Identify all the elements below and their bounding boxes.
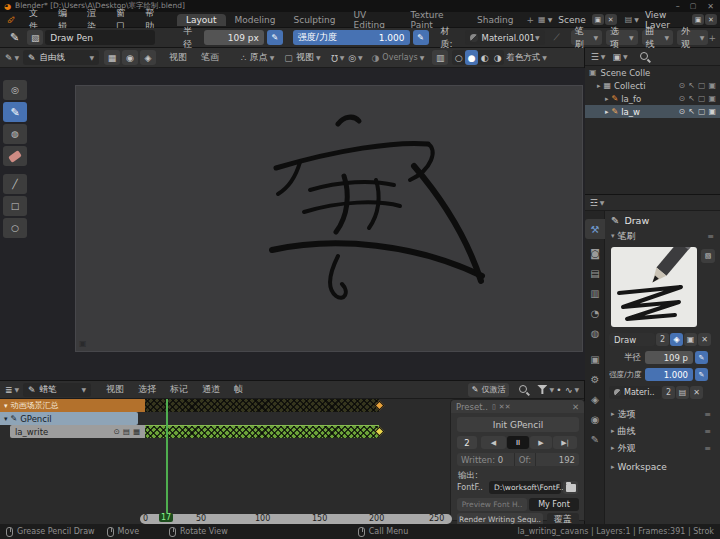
erase-tool-icon[interactable] — [3, 146, 27, 166]
box-tool-icon[interactable]: □ — [3, 196, 27, 216]
brush-panel-header[interactable]: ▾笔刷≡ — [605, 229, 720, 243]
drawing-canvas[interactable]: ▣ — [75, 85, 583, 352]
new-viewlayer-icon[interactable]: ▣ — [692, 14, 704, 25]
radius-pressure-icon[interactable]: ✎ — [695, 351, 708, 364]
expand-icon[interactable]: ▸ — [597, 82, 601, 90]
channel-gpencil[interactable]: ▾ ✎ GPencil — [0, 412, 138, 425]
shading-rendered-icon[interactable]: ◑ — [491, 50, 504, 65]
brush-preview[interactable] — [611, 247, 697, 327]
tab-shading[interactable]: Shading — [468, 14, 523, 26]
dopesheet-menu-select[interactable]: 选择 — [131, 383, 163, 396]
outliner-display-mode-icon[interactable]: ☰▼ — [590, 49, 606, 64]
placement-dropdown[interactable]: ▢ 视图▼ — [281, 50, 323, 65]
outliner-row-la-fo[interactable]: ▸ ✎ la_fo ⊙ ↖ ▢ ▣ — [585, 92, 720, 105]
channel-summary[interactable]: ▾ 动画场景汇总 — [0, 399, 145, 412]
viewport-visibility-icon[interactable]: ▢ — [698, 107, 706, 116]
dopesheet-menu-view[interactable]: 视图 — [99, 383, 131, 396]
brush-name-field[interactable]: Draw — [609, 333, 655, 346]
strength-slider[interactable]: 强度/力度1.000 — [293, 30, 410, 45]
hide-eye-icon[interactable]: ⊙ — [678, 107, 685, 116]
dopesheet-menu-channel[interactable]: 通道 — [195, 383, 227, 396]
tab-modeling[interactable]: Modeling — [226, 14, 285, 26]
workspace-panel-header[interactable]: ▸Workspace — [605, 460, 717, 474]
brush-users-count[interactable]: 2 — [656, 333, 669, 346]
viewport-visibility-icon[interactable]: ▢ — [698, 81, 706, 90]
tab-world-icon[interactable]: ◍ — [585, 323, 605, 343]
viewport-visibility-icon[interactable]: ▢ — [698, 94, 706, 103]
fill-tool-icon[interactable]: ◍ — [3, 124, 27, 144]
editor-type-icon[interactable]: ✎▼ — [4, 50, 20, 65]
summary-keyframe-strip[interactable] — [145, 399, 379, 412]
multiframe-toggle-icon[interactable]: ▦ — [104, 50, 120, 65]
render-visibility-icon[interactable]: ▣ — [708, 94, 716, 103]
proportional-dot-icon[interactable]: • — [554, 382, 564, 397]
interpolation-icon[interactable]: ∿▼ — [564, 382, 580, 397]
strength-pressure-icon[interactable]: ✎ — [695, 368, 708, 381]
selectable-cursor-icon[interactable]: ↖ — [688, 81, 695, 90]
line-tool-icon[interactable]: ╱ — [3, 174, 27, 194]
unlink-brush-icon[interactable]: ✕ — [698, 333, 711, 346]
proportional-edit-icon[interactable]: ◎▼ — [348, 50, 364, 65]
scene-browse-icon[interactable]: ▦▼ — [538, 15, 552, 24]
properties-editor-icon[interactable]: ☲▼ — [589, 195, 605, 210]
channel-la-write[interactable]: la_write ⊙ ▤ ▦ — [10, 425, 145, 438]
popover-brush[interactable]: 笔刷▼ — [571, 30, 602, 45]
brush-datablock-field[interactable]: Draw Pen — [45, 30, 155, 45]
options-panel-header[interactable]: ▸选项≡ — [605, 407, 717, 421]
tab-object-data-icon[interactable]: ✎ — [585, 429, 605, 449]
material-users-count[interactable]: 2 — [662, 386, 675, 399]
viewport-menu-view[interactable]: 视图 — [162, 51, 194, 64]
shading-wireframe-icon[interactable]: ○ — [452, 50, 465, 65]
jump-end-button[interactable]: ▶| — [553, 436, 577, 449]
snap-magnet-icon[interactable]: Ω▼ — [330, 50, 346, 65]
la-write-keyframe-strip[interactable] — [145, 425, 379, 438]
shading-solid-icon[interactable]: ● — [465, 50, 478, 65]
render-visibility-icon[interactable]: ▣ — [708, 81, 716, 90]
dopesheet-mode-dropdown[interactable]: ✎ 蜡笔▼ — [23, 383, 91, 397]
tab-modifiers-icon[interactable]: ⚙ — [585, 369, 605, 389]
radius-field[interactable]: 109 p — [645, 351, 693, 364]
panel-header[interactable]: Preset.. ▯ ✕✕ ✕ — [451, 400, 584, 413]
tab-active-tool-icon[interactable]: ⚒ — [585, 219, 605, 239]
outliner-filter-image-icon[interactable]: ▣▼ — [612, 49, 628, 64]
radius-field[interactable]: 109 px — [204, 30, 264, 45]
blender-menu-icon[interactable]: 🜚 — [6, 14, 16, 25]
filter-funnel-icon[interactable]: ▼ — [537, 382, 554, 397]
stroke-origin-dropdown[interactable]: ∴ 原点▼ — [238, 50, 277, 65]
remove-viewlayer-icon[interactable]: ✕ — [705, 14, 717, 25]
popover-curve[interactable]: 曲线▼ — [642, 30, 673, 45]
mask-toggle-icon[interactable]: ◈ — [140, 50, 156, 65]
unlink-scene-icon[interactable]: ✕ — [605, 14, 617, 25]
open-folder-icon[interactable] — [563, 481, 578, 494]
new-scene-icon[interactable]: ▣ — [592, 14, 604, 25]
dopesheet-menu-marker[interactable]: 标记 — [163, 383, 195, 396]
circle-tool-icon[interactable]: ○ — [3, 218, 27, 238]
expand-icon[interactable]: ▸ — [605, 108, 609, 116]
xray-toggle-icon[interactable]: ▥ — [432, 50, 448, 65]
radius-pressure-icon[interactable]: ✎ — [267, 30, 283, 45]
guide-toggle-icon[interactable]: ◉ — [122, 50, 138, 65]
outliner-row-scene-collection[interactable]: ▣ Scene Colle — [585, 66, 720, 79]
cursor-tool-icon[interactable]: ◎ — [3, 80, 27, 100]
panel-close-icon[interactable]: ✕ — [572, 402, 579, 412]
hide-eye-icon[interactable]: ⊙ — [678, 94, 685, 103]
preset-add-remove-icons[interactable]: ✕✕ — [499, 403, 511, 411]
play-button[interactable]: ▶ — [530, 436, 552, 449]
outliner-search-icon[interactable] — [640, 52, 648, 62]
tab-constraints-icon[interactable]: ◉ — [585, 409, 605, 429]
scene-name[interactable]: Scene — [552, 15, 591, 25]
shading-popover[interactable]: 着色方式▼ — [504, 50, 549, 65]
strength-slider[interactable]: 1.000 — [645, 368, 693, 381]
expand-icon[interactable]: ▾ — [4, 415, 8, 423]
pin-icon[interactable]: ⟋ — [549, 30, 565, 45]
tab-physics-icon[interactable]: ◈ — [585, 389, 605, 409]
preview-font-button[interactable]: Preview Font H.. — [457, 498, 527, 511]
tab-object-icon[interactable]: ▣ — [585, 349, 605, 369]
material-unlink-icon[interactable]: ✕ — [690, 386, 703, 399]
hide-eye-icon[interactable]: ⊙ — [678, 81, 685, 90]
frame-step-field[interactable]: 2 — [457, 436, 477, 449]
timeline-scrollbar[interactable] — [140, 514, 452, 524]
expand-icon[interactable]: ▾ — [4, 402, 8, 410]
init-gpencil-button[interactable]: Init GPencil — [457, 417, 579, 432]
viewlayer-browse-icon[interactable]: ▤▼ — [625, 15, 639, 24]
